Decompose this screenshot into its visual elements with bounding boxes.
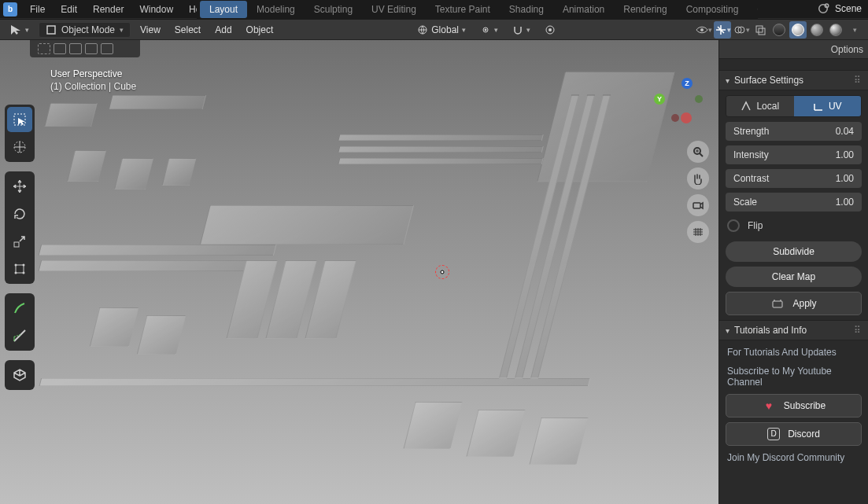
shading-solid[interactable]	[789, 21, 807, 39]
chevron-down-icon: ▾	[746, 26, 750, 34]
tab-shading[interactable]: Shading	[500, 1, 553, 18]
shading-material[interactable]	[808, 21, 826, 39]
options-popover[interactable]: Options	[719, 40, 868, 59]
perspective-toggle-button[interactable]	[687, 221, 709, 243]
tool-annotate[interactable]	[7, 296, 32, 321]
snap-toggle[interactable]: ▾	[508, 23, 535, 37]
flip-checkbox[interactable]	[727, 219, 740, 232]
tool-measure[interactable]	[7, 323, 32, 348]
header-object-menu[interactable]: Object	[242, 23, 279, 37]
tool-rotate[interactable]	[7, 201, 32, 226]
flip-checkbox-row[interactable]: Flip	[726, 216, 862, 237]
axis-y-icon[interactable]: Y	[654, 94, 665, 105]
cursor3d-icon	[12, 139, 28, 155]
subscribe-button[interactable]: ♥ Subscribe	[726, 394, 862, 418]
drag-handle-icon[interactable]: ⠿	[854, 75, 862, 86]
pan-button[interactable]	[687, 167, 709, 189]
apply-button[interactable]: Apply	[726, 292, 862, 315]
move-icon	[12, 178, 28, 194]
svg-point-24	[15, 264, 17, 267]
chevron-down-icon: ▾	[120, 26, 124, 34]
tab-animation[interactable]: Animation	[553, 1, 614, 18]
seg-local-label: Local	[756, 101, 779, 112]
3d-viewport[interactable]: User Perspective (1) Collection | Cube Z…	[0, 40, 718, 504]
rotate-icon	[12, 206, 28, 222]
tab-geometry-nodes[interactable]: Geometry Nod	[748, 1, 758, 18]
shading-rendered[interactable]	[827, 21, 844, 39]
tutorials-line2: Subscribe to My Youtube Channel	[726, 364, 862, 389]
uv-space-icon	[813, 101, 824, 112]
scale-icon	[12, 234, 28, 249]
mode-label: Object Mode	[61, 24, 115, 35]
menu-window[interactable]: Window	[131, 2, 181, 17]
tab-layout[interactable]: Layout	[200, 1, 247, 18]
menu-file[interactable]: File	[22, 2, 53, 17]
menu-render[interactable]: Render	[85, 2, 131, 17]
drag-handle-icon[interactable]: ⠿	[854, 325, 862, 336]
menu-edit[interactable]: Edit	[53, 2, 85, 17]
shading-dropdown[interactable]: ▾	[846, 21, 863, 39]
select-mode-invert-icon[interactable]	[85, 43, 98, 54]
panel-surface-settings-header[interactable]: ▾ Surface Settings ⠿	[719, 70, 868, 90]
tutorials-line3: Join My Discord Community	[726, 451, 862, 465]
prop-strength[interactable]: Strength 0.04	[726, 122, 862, 141]
subscribe-label: Subscribe	[784, 400, 826, 411]
header-add-menu[interactable]: Add	[210, 23, 236, 37]
editor-type-dropdown[interactable]: ▾	[5, 22, 34, 38]
interaction-mode-dropdown[interactable]: Object Mode ▾	[39, 22, 131, 38]
overlays-toggle[interactable]: ▾	[733, 21, 750, 39]
tool-move[interactable]	[7, 174, 32, 199]
xray-toggle[interactable]	[752, 21, 769, 39]
discord-button[interactable]: D Discord	[726, 422, 862, 446]
tool-transform[interactable]	[7, 256, 32, 281]
shading-wireframe[interactable]	[770, 21, 788, 39]
subdivide-button[interactable]: Subdivide	[726, 241, 862, 262]
app-logo-icon[interactable]: b	[3, 2, 17, 17]
prop-intensity[interactable]: Intensity 1.00	[726, 145, 862, 164]
transform-icon	[12, 261, 28, 277]
select-mode-intersect-icon[interactable]	[101, 43, 113, 54]
prop-scale[interactable]: Scale 1.00	[726, 193, 862, 212]
tab-modeling[interactable]: Modeling	[247, 1, 305, 18]
tab-rendering[interactable]: Rendering	[614, 1, 676, 18]
select-mode-subtract-icon[interactable]	[69, 43, 82, 54]
prop-contrast[interactable]: Contrast 1.00	[726, 169, 862, 188]
svg-rect-12	[759, 28, 765, 35]
camera-view-button[interactable]	[687, 194, 709, 216]
pivot-dropdown[interactable]: ▾	[475, 23, 503, 37]
select-mode-new-icon[interactable]	[38, 43, 50, 54]
heart-icon: ♥	[762, 399, 776, 413]
zoom-button[interactable]	[687, 141, 709, 163]
header-view-menu[interactable]: View	[135, 23, 165, 37]
navigation-gizmo[interactable]: Z Y	[654, 78, 704, 128]
seg-uv[interactable]: UV	[794, 96, 862, 116]
tool-select-box[interactable]	[7, 107, 32, 132]
panel-tutorials-header[interactable]: ▾ Tutorials and Info ⠿	[719, 320, 868, 340]
axis-z-icon[interactable]: Z	[681, 78, 693, 89]
gizmo-toggle[interactable]: ▾	[714, 21, 731, 39]
select-mode-extend-icon[interactable]	[54, 43, 66, 54]
axis-neg-icon[interactable]	[695, 95, 703, 103]
seg-local[interactable]: Local	[726, 96, 794, 116]
tutorials-title: Tutorials and Info	[734, 325, 807, 336]
panel-surface-settings-body: Local UV Strength 0.04 Intensity 1.00 Co…	[719, 90, 868, 320]
tab-uv-editing[interactable]: UV Editing	[362, 1, 426, 18]
scene-selector[interactable]: Scene	[816, 2, 862, 16]
tool-cursor[interactable]	[7, 134, 32, 160]
proportional-edit-toggle[interactable]	[540, 23, 560, 37]
tool-scale[interactable]	[7, 229, 32, 254]
tool-add-primitive[interactable]	[7, 362, 32, 388]
seg-uv-label: UV	[829, 101, 842, 112]
tab-compositing[interactable]: Compositing	[677, 1, 748, 18]
axis-x-icon[interactable]	[681, 112, 692, 123]
tab-sculpting[interactable]: Sculpting	[305, 1, 362, 18]
clear-map-button[interactable]: Clear Map	[726, 267, 862, 287]
apply-icon	[770, 296, 785, 311]
header-select-menu[interactable]: Select	[170, 23, 205, 37]
grid-icon	[692, 226, 704, 238]
chevron-down-icon: ▾	[494, 26, 498, 34]
transform-orientation-dropdown[interactable]: Global ▾	[412, 23, 471, 37]
axis-neg2-icon[interactable]	[671, 114, 679, 122]
tab-texture-paint[interactable]: Texture Paint	[426, 1, 500, 18]
visibility-dropdown[interactable]: ▾	[695, 21, 712, 39]
